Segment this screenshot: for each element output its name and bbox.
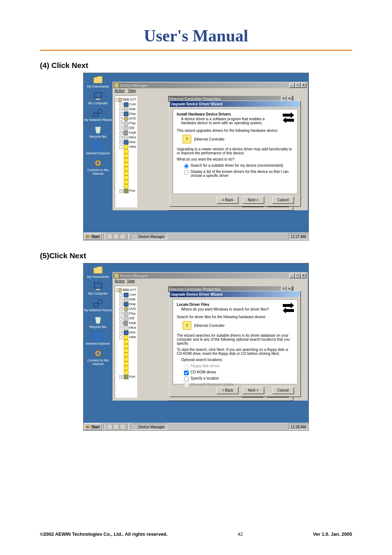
windows-logo-icon [86,425,90,429]
close-button[interactable]: × [301,83,306,88]
svg-point-3 [98,109,102,114]
svg-rect-4 [94,113,98,116]
quick-launch-icon[interactable] [107,424,113,430]
check-cdrom[interactable]: CD-ROM drives [184,370,294,375]
device-manager-menubar[interactable]: Action View [113,88,307,94]
wizard-note: Upgrading to a newer version of a device… [177,147,294,155]
svg-marker-10 [94,267,102,274]
cancel-button[interactable]: Cancel [272,387,294,394]
device-manager-icon [133,234,137,239]
system-tray[interactable]: 11:28 AM [288,424,309,430]
check-specify-location[interactable]: Specify a location [184,376,294,381]
quick-launch-icon[interactable] [113,424,119,430]
document-title: User's Manual [40,26,352,45]
svg-point-6 [95,143,101,150]
window-buttons: _ □ × [289,83,306,88]
wizard-question: What do you want the wizard to do? [177,157,294,161]
minimize-button[interactable]: _ [289,273,295,278]
device-manager-titlebar[interactable]: Device Manager _ □ × [113,82,307,88]
svg-marker-5 [95,127,101,133]
properties-title: Ethernet Controller Properties [169,97,221,101]
taskbar[interactable]: Start Device Manager 11:27 AM [83,232,309,240]
radio-search-driver[interactable]: Search for a suitable driver for my devi… [184,163,294,169]
back-button[interactable]: < Back [217,387,238,394]
desktop-icon-my-computer[interactable]: My Computer [83,282,113,295]
system-tray[interactable]: 11:27 AM [288,233,309,240]
svg-marker-19 [283,308,294,313]
back-button[interactable]: < Back [217,197,238,204]
svg-rect-2 [96,98,100,100]
screenshot-step-5: My Documents My Computer My Network Plac… [83,263,309,431]
svg-rect-1 [94,93,102,98]
upgrade-wizard-dialog: Upgrade Device Driver Wizard Install Har… [170,101,301,207]
desktop-icon-recycle-bin[interactable]: Recycle Bin [83,316,113,329]
step-5-heading: (5)Click Next [40,251,352,260]
taskbar[interactable]: Start Device Manager 11:28 AM [83,423,309,430]
wizard-device-name: Ethernet Controller [194,137,225,141]
device-manager-menubar[interactable]: ActionView [113,279,307,285]
taskbar-item-device-manager[interactable]: Device Manager [131,233,167,240]
svg-point-13 [98,300,102,304]
desktop-icon-network-places[interactable]: My Network Places [83,299,113,312]
desktop-icon-my-documents[interactable]: My Documents [83,266,113,279]
start-button[interactable]: Start [84,233,102,240]
desktop-icon-network-places[interactable]: My Network Places [83,109,113,122]
minimize-button[interactable]: _ [289,83,295,88]
desktop-icon-recycle-bin[interactable]: Recycle Bin [83,125,113,138]
wizard-device-row: ? Ethernet Controller [183,321,294,330]
wizard-note: The wizard searches for suitable drivers… [177,333,294,345]
manual-page: User's Manual (4) Click Next My Document… [0,0,392,555]
next-button[interactable]: Next > [242,387,264,394]
step-4-heading: (4) Click Next [40,61,352,70]
page-footer: ©2002 AEWIN Technologies Co., Ltd.. All … [40,531,352,537]
desktop-icon-connect[interactable]: Connect to the Internet [83,159,113,175]
check-floppy: Floppy disk drives [184,364,294,369]
wizard-title: Upgrade Device Driver Wizard [171,102,222,106]
optional-locations-label: Optional search locations: [181,358,294,362]
maximize-button[interactable]: □ [295,83,301,88]
svg-marker-15 [95,317,101,324]
device-tree[interactable]: -BBB-2YT +Com +Disk +Disp +DVD +Flop +ID… [115,96,137,207]
wizard-panel: Install Hardware Device Drivers A device… [173,109,298,194]
wizard-titlebar[interactable]: Upgrade Device Driver Wizard [170,101,301,107]
quick-launch-icon[interactable] [113,234,119,239]
taskbar-item-device-manager[interactable]: Device Manager [131,424,167,430]
footer-page-number: 42 [238,531,243,537]
wizard-subheading: Where do you want Windows to search for … [181,307,279,311]
desktop-icon-ie[interactable]: Internet Explorer [83,332,113,345]
desktop-icon-connect[interactable]: Connect to the Internet [83,349,113,366]
quick-launch-icon[interactable] [107,234,113,239]
clock: 11:28 AM [291,425,306,429]
upgrade-wizard-dialog: Upgrade Device Driver Wizard Locate Driv… [170,291,301,397]
device-tree[interactable]: -BBB-2YT +Com +Disk +Disp +DVD +Flop +ID… [115,286,137,398]
desktop-icon-my-computer[interactable]: My Computer [83,92,113,105]
maximize-button[interactable]: □ [295,273,301,278]
device-manager-window: Device Manager _□× ActionView -BBB-2YT +… [113,272,308,401]
quick-launch-icon[interactable] [120,234,126,239]
wizard-subheading: A device driver is a software program th… [181,117,279,125]
radio-display-list[interactable]: Display a list of the known drivers for … [184,170,294,178]
svg-marker-18 [283,303,294,308]
unknown-device-icon: ? [183,321,191,330]
device-manager-titlebar[interactable]: Device Manager _□× [113,273,307,279]
svg-rect-14 [94,303,98,307]
wizard-heading: Locate Driver Files [177,303,294,307]
cancel-button[interactable]: Cancel [272,197,294,204]
quick-launch-icon[interactable] [120,424,126,430]
start-button[interactable]: Start [84,424,102,430]
wizard-intro: This wizard upgrades drivers for the fol… [177,129,294,133]
unknown-device-icon: ? [183,135,191,143]
svg-marker-9 [283,117,294,123]
clock: 11:27 AM [291,235,306,239]
next-button[interactable]: Next > [242,197,264,204]
wizard-heading: Install Hardware Device Drivers [177,112,294,116]
desktop-icon-ie[interactable]: Internet Explorer [83,142,113,155]
wizard-titlebar[interactable]: Upgrade Device Driver Wizard [170,291,301,297]
desktop-icon-my-documents[interactable]: My Documents [83,75,113,88]
header-rule [40,50,352,51]
svg-rect-12 [96,289,100,290]
screenshot-step-4: My Documents My Computer My Network Plac… [83,73,309,240]
close-button[interactable]: × [301,273,306,278]
svg-marker-8 [283,112,294,118]
footer-copyright: ©2002 AEWIN Technologies Co., Ltd.. All … [40,531,168,537]
